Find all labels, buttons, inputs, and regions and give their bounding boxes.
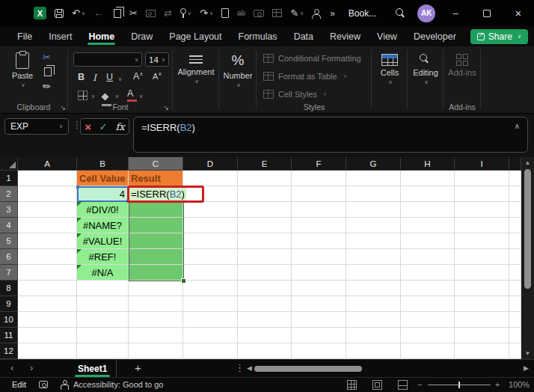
cell-D5[interactable] <box>183 233 238 249</box>
number-button[interactable]: % Number∨ <box>220 52 256 88</box>
cell-A11[interactable] <box>18 328 77 343</box>
cell-F11[interactable] <box>292 328 346 343</box>
column-header-B[interactable]: B <box>77 157 129 171</box>
cell-D7[interactable] <box>183 265 238 281</box>
cell-C9[interactable] <box>129 296 183 312</box>
cell-G1[interactable] <box>346 171 401 186</box>
column-header-partial[interactable] <box>509 157 521 171</box>
new-document-icon[interactable] <box>221 8 229 18</box>
cell-A12[interactable] <box>18 343 77 359</box>
cell-C6[interactable] <box>129 249 183 265</box>
cell-B6[interactable]: #REF! <box>77 249 129 265</box>
increase-font-button[interactable]: A∧ <box>133 71 143 82</box>
cell-partial-10[interactable] <box>509 312 521 328</box>
cell-I10[interactable] <box>455 312 509 328</box>
tab-home[interactable]: Home <box>80 26 123 46</box>
cell-H9[interactable] <box>401 296 455 312</box>
save-icon[interactable] <box>55 9 64 18</box>
cell-G11[interactable] <box>346 328 401 343</box>
zoom-out-icon[interactable]: − <box>417 380 422 389</box>
cell-C1[interactable]: Result <box>129 171 183 186</box>
cell-I2[interactable] <box>455 186 509 202</box>
cell-A2[interactable] <box>18 186 77 202</box>
vertical-scroll-thumb[interactable] <box>524 169 531 289</box>
bold-button[interactable]: B <box>78 72 85 82</box>
format-painter-button[interactable]: ✎ <box>40 80 53 93</box>
zoom-level[interactable]: 100% <box>509 380 530 389</box>
cell-H6[interactable] <box>401 249 455 265</box>
column-header-G[interactable]: G <box>346 157 401 171</box>
cell-partial-3[interactable] <box>509 202 521 218</box>
row-header-11[interactable]: 11 <box>0 328 18 343</box>
tab-view[interactable]: View <box>369 26 405 46</box>
close-button[interactable]: × <box>503 0 534 26</box>
cell-I6[interactable] <box>455 249 509 265</box>
cell-I7[interactable] <box>455 265 509 281</box>
cell-E11[interactable] <box>238 328 292 343</box>
cell-H5[interactable] <box>401 233 455 249</box>
row-header-5[interactable]: 5 <box>0 233 18 249</box>
row-header-7[interactable]: 7 <box>0 265 18 281</box>
copy-icon[interactable] <box>111 9 121 18</box>
underline-button[interactable]: U <box>106 72 113 82</box>
cell-B10[interactable] <box>77 312 129 328</box>
cell-E4[interactable] <box>238 218 292 233</box>
cell-partial-12[interactable] <box>509 343 521 359</box>
cut-icon[interactable]: ✂ <box>129 8 138 18</box>
row-header-4[interactable]: 4 <box>0 218 18 233</box>
tab-review[interactable]: Review <box>322 26 369 46</box>
cells-button[interactable]: Cells∨ <box>372 54 407 85</box>
cell-C11[interactable] <box>129 328 183 343</box>
cell-I5[interactable] <box>455 233 509 249</box>
cell-partial-5[interactable] <box>509 233 521 249</box>
row-header-2[interactable]: 2 <box>0 186 18 202</box>
redo-icon[interactable]: ↷∨ <box>200 8 213 18</box>
copy-button[interactable] <box>42 67 52 76</box>
cell-I4[interactable] <box>455 218 509 233</box>
row-header-3[interactable]: 3 <box>0 202 18 218</box>
edit-cursor-area[interactable] <box>186 188 202 200</box>
zoom-in-icon[interactable]: + <box>495 380 500 389</box>
cell-H11[interactable] <box>401 328 455 343</box>
tab-data[interactable]: Data <box>286 26 322 46</box>
cell-D9[interactable] <box>183 296 238 312</box>
cell-H3[interactable] <box>401 202 455 218</box>
row-header-6[interactable]: 6 <box>0 249 18 265</box>
cell-E2[interactable] <box>238 186 292 202</box>
cell-C4[interactable] <box>129 218 183 233</box>
cell-A10[interactable] <box>18 312 77 328</box>
normal-view-icon[interactable] <box>347 380 357 391</box>
cell-B4[interactable]: #NAME? <box>77 218 129 233</box>
prev-sheet-icon[interactable]: ‹ <box>10 362 13 373</box>
tab-file[interactable]: File <box>9 26 40 46</box>
cell-B7[interactable]: #N/A <box>77 265 129 281</box>
cell-C8[interactable] <box>129 281 183 296</box>
cell-E5[interactable] <box>238 233 292 249</box>
horizontal-scroll-thumb[interactable] <box>254 366 362 372</box>
cell-I8[interactable] <box>455 281 509 296</box>
cell-G12[interactable] <box>346 343 401 359</box>
cell-partial-7[interactable] <box>509 265 521 281</box>
cell-A4[interactable] <box>18 218 77 233</box>
people-icon[interactable] <box>312 9 322 18</box>
cell-F3[interactable] <box>292 202 346 218</box>
page-break-view-icon[interactable] <box>398 380 408 391</box>
sheetbar-dots-icon[interactable]: ⋮ <box>235 362 245 373</box>
cell-A6[interactable] <box>18 249 77 265</box>
scroll-up-icon[interactable]: ▲ <box>521 159 534 166</box>
cell-I11[interactable] <box>455 328 509 343</box>
cell-I1[interactable] <box>455 171 509 186</box>
cell-G5[interactable] <box>346 233 401 249</box>
toolbar-overflow-icon[interactable]: » <box>330 9 335 18</box>
active-cell-formula[interactable]: =ISERR(B2) <box>129 188 186 200</box>
font-color-icon[interactable]: A <box>127 88 137 102</box>
column-header-D[interactable]: D <box>183 157 238 171</box>
italic-button[interactable]: I <box>93 72 96 83</box>
cell-C10[interactable] <box>129 312 183 328</box>
cell-C5[interactable] <box>129 233 183 249</box>
cancel-icon[interactable]: × <box>85 120 91 133</box>
scroll-left-icon[interactable]: ◀ <box>247 364 252 372</box>
name-box[interactable]: EXP∨ <box>4 118 69 135</box>
cell-F7[interactable] <box>292 265 346 281</box>
row-header-9[interactable]: 9 <box>0 296 18 312</box>
